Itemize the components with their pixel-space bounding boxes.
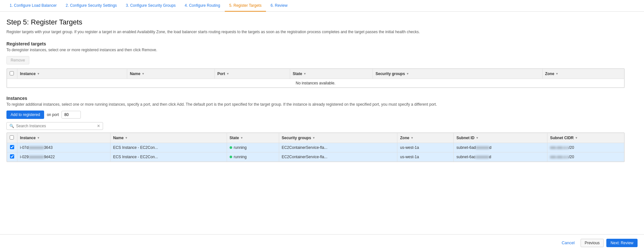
registered-select-all-col xyxy=(7,69,17,79)
instance-state-cell: running xyxy=(227,152,279,162)
inst-state-sort-icon[interactable]: ▼ xyxy=(240,136,243,140)
instance-sg-cell: EC2ContainerService-fla... xyxy=(279,143,397,152)
registered-col-instance: Instance▼ xyxy=(17,69,127,79)
name-sort-icon[interactable]: ▼ xyxy=(142,72,145,75)
page-description: Register targets with your target group.… xyxy=(6,29,625,35)
instance-name-cell: ECS Instance - EC2Con... xyxy=(110,152,227,162)
wizard-step-6[interactable]: 6. Review xyxy=(266,0,292,12)
search-bar: 🔍 ✕ xyxy=(6,122,103,130)
instance-id-cell: i-029xxxxxxxx9d422 xyxy=(17,152,110,162)
registered-col-name: Name▼ xyxy=(127,69,215,79)
registered-select-all-checkbox[interactable] xyxy=(10,71,14,75)
wizard-nav: 1. Configure Load Balancer 2. Configure … xyxy=(0,0,644,12)
instances-col-subnet-cidr: Subnet CIDR▼ xyxy=(547,133,624,143)
instances-desc: To register additional instances, select… xyxy=(6,102,625,107)
instances-col-name: Name▼ xyxy=(110,133,227,143)
registered-col-security-groups: Security groups▼ xyxy=(373,69,542,79)
instance-sg-cell: EC2ContainerService-fla... xyxy=(279,152,397,162)
registered-targets-section: Registered targets To deregister instanc… xyxy=(6,41,625,88)
remove-button[interactable]: Remove xyxy=(6,56,29,64)
instance-zone-cell: us-west-1a xyxy=(397,143,454,152)
port-sort-icon[interactable]: ▼ xyxy=(226,72,229,75)
table-row[interactable]: i-07dxxxxxxxx3643ECS Instance - EC2Con..… xyxy=(7,143,624,152)
port-section: Add to registered on port xyxy=(6,111,625,119)
main-content: Step 5: Register Targets Register target… xyxy=(0,12,631,188)
instances-select-all-col xyxy=(7,133,17,143)
instances-select-all-checkbox[interactable] xyxy=(10,135,14,140)
search-input[interactable] xyxy=(16,124,97,128)
no-instances-message: No instances available. xyxy=(7,79,624,88)
inst-instance-sort-icon[interactable]: ▼ xyxy=(37,136,40,140)
wizard-step-3[interactable]: 3. Configure Security Groups xyxy=(121,0,180,12)
status-dot xyxy=(230,146,232,149)
inst-zone-sort-icon[interactable]: ▼ xyxy=(411,136,413,140)
inst-subnet-sort-icon[interactable]: ▼ xyxy=(476,136,478,140)
instances-col-subnet-id: Subnet ID▼ xyxy=(454,133,547,143)
row-checkbox[interactable] xyxy=(10,154,14,159)
sg-sort-icon[interactable]: ▼ xyxy=(406,72,409,75)
instances-table: Instance▼ Name▼ State▼ Security groups▼ xyxy=(7,133,624,162)
instance-state-cell: running xyxy=(227,143,279,152)
port-label: on port xyxy=(47,112,59,117)
table-row[interactable]: i-029xxxxxxxx9d422ECS Instance - EC2Con.… xyxy=(7,152,624,162)
instance-zone-cell: us-west-1a xyxy=(397,152,454,162)
inst-name-sort-icon[interactable]: ▼ xyxy=(125,136,128,140)
wizard-step-2[interactable]: 2. Configure Security Settings xyxy=(61,0,121,12)
instances-title: Instances xyxy=(6,96,625,101)
page-title: Step 5: Register Targets xyxy=(6,18,625,26)
instance-name-cell: ECS Instance - EC2Con... xyxy=(110,143,227,152)
add-to-registered-button[interactable]: Add to registered xyxy=(6,111,44,119)
instance-id-cell: i-07dxxxxxxxx3643 xyxy=(17,143,110,152)
registered-targets-title: Registered targets xyxy=(6,41,625,46)
instance-subnet-cell: subnet-6acxxxxxxxd xyxy=(454,152,547,162)
registered-targets-table: Instance▼ Name▼ Port▼ State▼ Security gr xyxy=(7,69,624,88)
instance-cidr-cell: xxx.xxx.x.x/20 xyxy=(547,143,624,152)
registered-targets-desc: To deregister instances, select one or m… xyxy=(6,48,625,52)
registered-targets-table-wrapper: Instance▼ Name▼ Port▼ State▼ Security gr xyxy=(6,68,625,88)
instances-col-security-groups: Security groups▼ xyxy=(279,133,397,143)
instance-subnet-cell: subnet-6adxxxxxxxd xyxy=(454,143,547,152)
zone-sort-icon[interactable]: ▼ xyxy=(555,72,558,75)
instance-cidr-cell: xxx.xxx.x.x/20 xyxy=(547,152,624,162)
port-input[interactable] xyxy=(62,111,81,119)
registered-col-zone: Zone▼ xyxy=(542,69,624,79)
instance-sort-icon[interactable]: ▼ xyxy=(37,72,40,75)
registered-col-state: State▼ xyxy=(290,69,373,79)
clear-search-icon[interactable]: ✕ xyxy=(97,124,100,128)
search-icon: 🔍 xyxy=(9,124,14,128)
inst-cidr-sort-icon[interactable]: ▼ xyxy=(575,136,578,140)
instances-col-state: State▼ xyxy=(227,133,279,143)
row-checkbox[interactable] xyxy=(10,145,14,149)
instances-section: Instances To register additional instanc… xyxy=(6,96,625,162)
state-sort-icon[interactable]: ▼ xyxy=(303,72,306,75)
registered-col-port: Port▼ xyxy=(214,69,290,79)
instances-col-zone: Zone▼ xyxy=(397,133,454,143)
wizard-step-5[interactable]: 5. Register Targets xyxy=(225,0,266,12)
status-dot xyxy=(230,156,232,158)
wizard-step-4[interactable]: 4. Configure Routing xyxy=(180,0,225,12)
inst-sg-sort-icon[interactable]: ▼ xyxy=(312,136,315,140)
instances-table-wrapper: Instance▼ Name▼ State▼ Security groups▼ xyxy=(6,132,625,162)
wizard-step-1[interactable]: 1. Configure Load Balancer xyxy=(5,0,61,12)
instances-col-instance: Instance▼ xyxy=(17,133,110,143)
